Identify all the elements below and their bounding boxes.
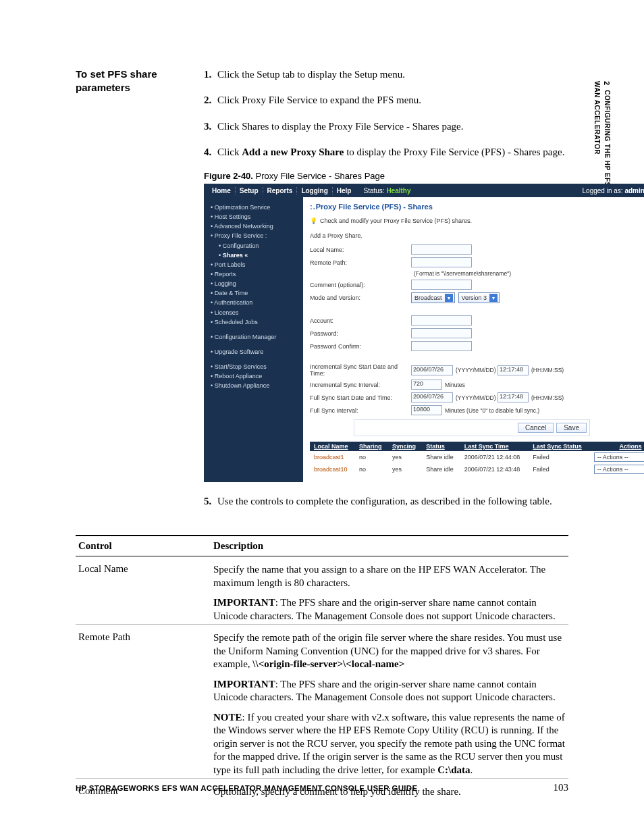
footer-title: HP STORAGEWORKS EFS WAN ACCELERATOR MANA… [76,784,417,792]
menu-help[interactable]: Help [333,187,356,194]
sidebar-item[interactable]: • Reports [204,269,303,279]
sidebar-item[interactable]: • Proxy File Service : [204,231,303,240]
step-number: 4. [204,145,217,159]
label-password: Password: [310,330,411,337]
chevron-down-icon: ▾ [489,294,498,302]
chevron-down-icon: ▾ [445,294,453,302]
menu-logging[interactable]: Logging [297,187,332,194]
label-inc-sync-start: Incremental Sync Start Date and Time: [310,363,411,377]
figure-screenshot: Home Setup Reports Logging Help Status: … [204,184,644,482]
table-row: broadcast10 no yes Share idle 2006/07/21… [310,463,644,475]
label-inc-interval: Incremental Sync Interval: [310,382,411,388]
sidebar-item[interactable]: • Start/Stop Services [204,362,303,371]
shot-main-panel: ↻🖶 :. Proxy File Service (PFS) - Shares … [303,197,644,482]
step-number: 3. [204,120,217,133]
shot-topbar: Home Setup Reports Logging Help Status: … [204,184,644,197]
input-password[interactable] [411,328,472,338]
label-account: Account: [310,317,411,324]
panel-title: :. Proxy File Service (PFS) - Shares [310,203,644,211]
sidebar-item[interactable]: • Host Settings [204,212,303,221]
th-local-name[interactable]: Local Name [310,442,355,451]
select-version[interactable]: Version 3▾ [458,292,500,303]
input-full-date[interactable]: 2006/07/26 [411,392,453,402]
input-inc-time[interactable]: 12:17:48 [498,365,529,375]
step-text: Click Add a new Proxy Share to display t… [217,145,644,159]
menu-setup[interactable]: Setup [236,187,263,194]
th-syncing[interactable]: Syncing [388,442,422,451]
sidebar-item[interactable]: • Upgrade Software [204,347,303,357]
controls-table: Control Description Local Name Specify t… [76,535,568,800]
sidebar-item[interactable]: • Logging [204,279,303,288]
sidebar-subitem-selected[interactable]: • Shares « [204,251,303,260]
th-status[interactable]: Status [422,442,460,451]
th-last-sync-time[interactable]: Last Sync Time [460,442,529,451]
figure-caption: Figure 2-40. Proxy File Service - Shares… [204,171,644,181]
section-add-proxy-share: Add a Proxy Share. [310,232,644,239]
control-name: Remote Path [76,625,211,779]
shot-status: Status: Healthy [363,187,410,194]
save-button[interactable]: Save [556,423,587,433]
control-name: Local Name [76,556,211,625]
actions-select[interactable]: -- Actions --▾ [594,452,644,462]
shot-sidebar: • Optimization Service • Host Settings •… [204,197,303,482]
th-control: Control [76,536,211,556]
sidebar-subitem[interactable]: • Configuration [204,241,303,251]
step-text: Click the Setup tab to display the Setup… [217,68,644,81]
menu-home[interactable]: Home [208,187,236,194]
sidebar-item[interactable]: • Port Labels [204,260,303,269]
sidebar-item[interactable]: • Optimization Service [204,203,303,212]
sidebar-item[interactable]: • Licenses [204,308,303,317]
actions-select[interactable]: -- Actions --▾ [594,465,644,474]
step-text: Click Proxy File Service to expand the P… [217,93,644,107]
shot-login-info: Logged in as: admin [ logout ] [583,187,644,194]
step-number: 2. [204,93,217,107]
label-local-name: Local Name: [310,246,411,253]
table-row: broadcast1 no yes Share idle 2006/07/21 … [310,451,644,463]
input-full-time[interactable]: 12:17:48 [498,392,529,402]
procedure-steps: 1.Click the Setup tab to display the Set… [204,68,644,520]
cell-local-name[interactable]: broadcast1 [310,451,355,463]
th-last-sync-status[interactable]: Last Sync Status [529,442,590,451]
input-inc-interval[interactable]: 720 [411,380,442,390]
cell-local-name[interactable]: broadcast10 [310,463,355,475]
shares-table: Local Name Sharing Syncing Status Last S… [310,442,644,475]
page-footer: HP STORAGEWORKS EFS WAN ACCELERATOR MANA… [76,782,568,793]
th-description: Description [211,536,568,556]
sidebar-item[interactable]: • Date & Time [204,288,303,298]
control-description: Specify the name that you assign to a sh… [211,556,568,625]
input-account[interactable] [411,315,472,325]
input-comment[interactable] [411,280,472,290]
input-password-confirm[interactable] [411,341,472,351]
input-local-name[interactable] [411,244,472,255]
procedure-heading: To set PFS share parameters [76,68,204,95]
step-text: Use the controls to complete the configu… [217,494,644,508]
input-inc-date[interactable]: 2006/07/26 [411,365,453,375]
sidebar-item[interactable]: • Shutdown Appliance [204,381,303,390]
sidebar-item[interactable]: • Authentication [204,298,303,307]
label-password-confirm: Password Confirm: [310,343,411,350]
lightbulb-icon: 💡 [310,217,317,224]
shot-main-menu[interactable]: Home Setup Reports Logging Help [208,187,355,194]
sidebar-item[interactable]: • Reboot Appliance [204,371,303,381]
label-full-interval: Full Sync Interval: [310,407,411,414]
sidebar-item[interactable]: • Configuration Manager [204,332,303,342]
menu-reports[interactable]: Reports [263,187,298,194]
step-number: 5. [204,494,217,508]
th-actions[interactable]: Actions [590,442,644,451]
input-full-interval[interactable]: 10800 [411,405,442,415]
sidebar-item[interactable]: • Scheduled Jobs [204,317,303,327]
step-text: Click Shares to display the Proxy File S… [217,120,644,133]
label-mode-version: Mode and Version: [310,294,411,301]
remote-path-hint: (Format is "\\servername\sharename") [414,270,511,277]
label-remote-path: Remote Path: [310,259,411,266]
cancel-button[interactable]: Cancel [518,423,554,433]
step-number: 1. [204,68,217,81]
control-description: Specify the remote path of the origin fi… [211,625,568,779]
select-mode[interactable]: Broadcast▾ [411,292,455,303]
page-number: 103 [554,782,569,793]
label-comment: Comment (optional): [310,282,411,288]
sidebar-item[interactable]: • Advanced Networking [204,221,303,231]
page-content: To set PFS share parameters 1.Click the … [76,68,568,800]
input-remote-path[interactable] [411,257,472,267]
th-sharing[interactable]: Sharing [355,442,388,451]
